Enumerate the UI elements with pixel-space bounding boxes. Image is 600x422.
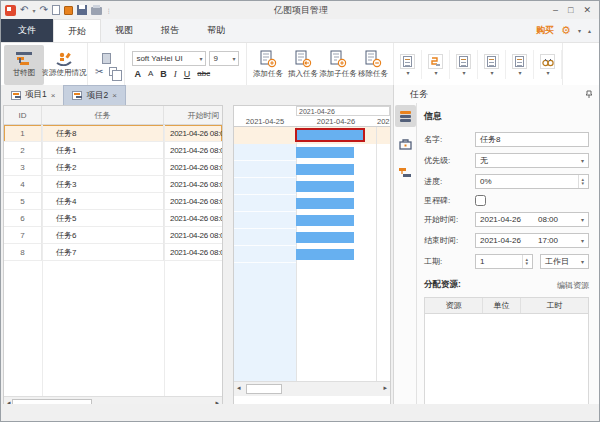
print-icon[interactable] [91, 7, 102, 15]
col-header-hours[interactable]: 工时 [521, 298, 588, 313]
table-row[interactable]: 3 任务2 2021-04-26 08:00 [4, 159, 222, 176]
scrollbar-thumb[interactable] [246, 384, 282, 394]
redo-button[interactable]: ↷ [39, 5, 47, 15]
close-button[interactable]: ✕ [583, 5, 591, 15]
buy-button[interactable]: 购买 [536, 24, 554, 37]
ribbon-dropdown-6[interactable]: ▾ [534, 50, 562, 79]
gantt-bar[interactable] [296, 164, 354, 175]
chevron-down-icon: ▾ [406, 69, 409, 76]
resource-usage-button[interactable]: 资源使用情况 [44, 45, 84, 85]
italic-button[interactable]: I [174, 69, 177, 79]
doc-tab-project1[interactable]: 项目1 × [3, 85, 63, 105]
gantt-view-label: 甘特图 [13, 68, 36, 78]
resources-table-body[interactable] [425, 314, 588, 413]
close-tab-icon[interactable]: × [51, 91, 56, 100]
gantt-body[interactable]: ◂ ▸ [234, 127, 390, 396]
table-row[interactable]: 6 任务5 2021-04-26 08:00 [4, 210, 222, 227]
gantt-bar-selected[interactable] [295, 128, 365, 142]
gear-icon[interactable]: ⚙ [561, 25, 571, 36]
new-document-icon[interactable] [52, 5, 60, 15]
priority-select[interactable]: 无 ▾ [475, 153, 589, 168]
table-row[interactable]: 1 任务8 2021-04-26 08:00 [4, 125, 222, 142]
gantt-links-icon [399, 167, 412, 178]
table-row[interactable]: 5 任务4 2021-04-26 08:00 [4, 193, 222, 210]
gantt-day-label: 2021-04-2 [377, 117, 391, 126]
info-section-button[interactable] [395, 105, 416, 127]
font-family-select[interactable]: soft YaHei UI ▾ [132, 51, 206, 66]
row-id: 4 [4, 176, 42, 193]
ribbon-dropdown-5[interactable]: ▾ [506, 50, 534, 79]
strikethrough-button[interactable]: abc [197, 69, 210, 79]
scroll-right-icon[interactable]: ▸ [383, 384, 387, 392]
table-row[interactable]: 4 任务3 2021-04-26 08:00 [4, 176, 222, 193]
add-task-button[interactable]: 添加任务 [250, 45, 285, 85]
spinner-icons[interactable]: ▴ ▾ [578, 175, 584, 188]
scroll-left-icon[interactable]: ◂ [237, 384, 241, 392]
end-time-picker[interactable]: 2021-04-26 17:00 ▾ [475, 233, 589, 248]
end-time-label: 结束时间: [422, 235, 475, 246]
ribbon-dropdown-3[interactable]: ▾ [450, 50, 478, 79]
spin-down-icon[interactable]: ▾ [581, 181, 584, 185]
table-row[interactable]: 7 任务6 2021-04-26 08:00 [4, 227, 222, 244]
col-header-id[interactable]: ID [4, 106, 42, 124]
edit-resources-link[interactable]: 编辑资源 [557, 280, 589, 291]
undo-dropdown-icon[interactable]: ▾ [32, 7, 35, 14]
doc-tab-project2[interactable]: 项目2 × [63, 85, 125, 105]
shrink-font-button[interactable]: A [148, 69, 153, 79]
table-row[interactable]: 8 任务7 2021-04-26 08:00 [4, 244, 222, 261]
undo-button[interactable]: ↶ [20, 5, 28, 15]
settings-dropdown-icon[interactable]: ▾ [578, 27, 581, 34]
name-input[interactable]: 任务8 [475, 132, 589, 147]
start-time-picker[interactable]: 2021-04-26 08:00 ▾ [475, 212, 589, 227]
save-icon[interactable] [77, 5, 87, 15]
col-header-task[interactable]: 任务 [42, 106, 164, 124]
start-time-field-row: 开始时间: 2021-04-26 08:00 ▾ [422, 211, 589, 227]
gantt-bar[interactable] [296, 181, 354, 192]
font-size-select[interactable]: 9 ▾ [209, 51, 239, 66]
ribbon-dropdown-1[interactable]: ▾ [394, 50, 422, 79]
task-table-panel: ID 任务 开始时间 1 任务8 2021-04-26 08:00 2 任务1 … [3, 105, 223, 412]
remove-task-button[interactable]: 移除任务 [355, 45, 390, 85]
duration-stepper[interactable]: 1 ▴ ▾ [475, 254, 533, 269]
gantt-view-button[interactable]: 甘特图 [4, 45, 44, 85]
format-painter-icon[interactable] [64, 6, 73, 15]
minimize-button[interactable]: – [553, 5, 558, 15]
collapse-ribbon-icon[interactable]: ▴ [588, 27, 591, 34]
gantt-bar[interactable] [296, 147, 354, 158]
tab-home[interactable]: 开始 [53, 19, 101, 42]
copy-icon[interactable] [109, 67, 117, 76]
cut-icon[interactable]: ✂ [95, 67, 103, 77]
spinner-icons[interactable]: ▴ ▾ [522, 255, 528, 268]
tab-view[interactable]: 视图 [101, 19, 147, 42]
gantt-bar[interactable] [296, 198, 354, 209]
duration-unit-select[interactable]: 工作日 ▾ [540, 254, 589, 269]
tab-file[interactable]: 文件 [1, 19, 53, 42]
pin-icon[interactable] [585, 90, 593, 99]
gantt-horizontal-scrollbar[interactable]: ◂ ▸ [234, 381, 390, 396]
work-section-button[interactable] [395, 133, 416, 155]
paste-icon[interactable] [102, 53, 111, 64]
ribbon-dropdown-2[interactable]: ▾ [422, 50, 450, 79]
customize-toolbar-icon[interactable]: ⋮ [106, 7, 112, 14]
spin-down-icon[interactable]: ▾ [525, 261, 528, 265]
gantt-bar[interactable] [296, 249, 354, 260]
tab-report[interactable]: 报告 [147, 19, 193, 42]
col-header-resource[interactable]: 资源 [425, 298, 483, 313]
gantt-bar[interactable] [296, 232, 354, 243]
progress-stepper[interactable]: 0% ▴ ▾ [475, 174, 589, 189]
table-row[interactable]: 2 任务1 2021-04-26 08:00 [4, 142, 222, 159]
underline-button[interactable]: U [184, 69, 191, 79]
insert-task-button[interactable]: 插入任务 [285, 45, 320, 85]
milestone-checkbox[interactable] [475, 195, 486, 206]
ribbon-dropdown-4[interactable]: ▾ [478, 50, 506, 79]
gantt-bar[interactable] [296, 215, 354, 226]
col-header-start[interactable]: 开始时间 [164, 106, 223, 124]
links-section-button[interactable] [395, 161, 416, 183]
maximize-button[interactable]: □ [568, 5, 573, 15]
tab-help[interactable]: 帮助 [193, 19, 239, 42]
grow-font-button[interactable]: A [134, 69, 141, 79]
close-tab-icon[interactable]: × [112, 91, 117, 100]
col-header-unit[interactable]: 单位 [483, 298, 521, 313]
bold-button[interactable]: B [160, 69, 167, 79]
add-subtask-button[interactable]: 添加子任务 [320, 45, 355, 85]
